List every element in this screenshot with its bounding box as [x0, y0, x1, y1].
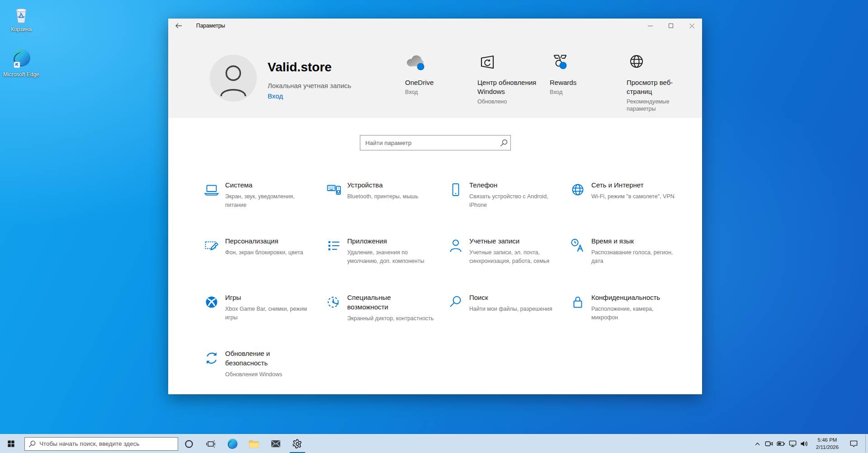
tile-title: Конфиденциальность: [591, 293, 668, 302]
action-center-icon: [850, 440, 858, 448]
titlebar[interactable]: Параметры: [168, 19, 702, 33]
xbox-icon: [203, 293, 221, 322]
show-desktop-button[interactable]: [865, 434, 868, 453]
mail-button[interactable]: [265, 434, 287, 453]
desktop-icon-label: Корзина: [2, 26, 41, 33]
network-icon[interactable]: [787, 434, 798, 453]
network-globe-icon: [569, 180, 587, 201]
update-security-icon: [203, 349, 221, 379]
maximize-button[interactable]: [660, 19, 681, 33]
cortana-icon: [184, 439, 193, 448]
edge-icon: [2, 48, 41, 70]
tile-title: Специальные возможности: [347, 293, 424, 312]
tile-subtitle: Фон, экран блокировки, цвета: [225, 248, 303, 257]
time-language-icon: [569, 236, 587, 266]
tile-title: Телефон: [469, 180, 546, 190]
apps-list-icon: [325, 236, 343, 266]
quick-item-status: Обновлено: [477, 98, 537, 106]
settings-tile-personalization[interactable]: Персонализация Фон, экран блокировки, цв…: [203, 236, 321, 257]
quick-item-title: Центр обновления Windows: [477, 78, 537, 97]
settings-tile-update-security[interactable]: Обновление и безопасность Обновления Win…: [203, 349, 321, 379]
search-icon[interactable]: [497, 139, 510, 147]
start-button[interactable]: [0, 434, 22, 453]
window-title: Параметры: [196, 19, 225, 33]
tile-title: Персонализация: [225, 236, 302, 246]
account-type: Локальная учетная запись: [268, 82, 351, 89]
laptop-icon: [203, 180, 221, 210]
settings-tile-search[interactable]: Поиск Найти мои файлы, разрешения: [447, 293, 565, 313]
quick-item-rewards[interactable]: Rewards Вход: [550, 52, 613, 96]
taskbar: 5:46 PM 2/11/2026: [0, 434, 868, 453]
file-explorer-button[interactable]: [243, 434, 265, 453]
task-view-button[interactable]: [200, 434, 222, 453]
quick-item-status: Вход: [405, 89, 465, 96]
quick-item-windows-update[interactable]: Центр обновления Windows Обновлено: [477, 52, 541, 105]
volume-icon[interactable]: [798, 434, 810, 453]
quick-item-title: Rewards: [550, 78, 609, 87]
cortana-button[interactable]: [178, 434, 200, 453]
windows-logo-icon: [7, 440, 15, 448]
taskbar-clock[interactable]: 5:46 PM 2/11/2026: [810, 437, 844, 451]
tile-subtitle: Обновления Windows: [225, 370, 302, 379]
folder-icon: [249, 439, 259, 448]
minimize-button[interactable]: [640, 19, 660, 33]
tile-title: Сеть и Интернет: [591, 180, 668, 190]
privacy-lock-icon: [569, 293, 587, 322]
tile-title: Поиск: [469, 293, 546, 302]
tile-subtitle: Wi-Fi, режим "в самолете", VPN: [591, 192, 675, 201]
settings-tile-gaming[interactable]: Игры Xbox Game Bar, снимки, режим игры: [203, 293, 321, 322]
settings-search-input[interactable]: [360, 140, 497, 146]
back-button[interactable]: [168, 19, 189, 33]
settings-tile-privacy[interactable]: Конфиденциальность Расположение, камера,…: [569, 293, 687, 322]
action-center-button[interactable]: [844, 434, 863, 453]
edge-icon: [227, 438, 238, 449]
tile-title: Обновление и безопасность: [225, 349, 302, 368]
settings-tile-network[interactable]: Сеть и Интернет Wi-Fi, режим "в самолете…: [569, 180, 687, 201]
quick-item-status: Рекомендуемые параметры: [627, 98, 686, 113]
minimize-icon: [648, 23, 653, 28]
tile-title: Учетные записи: [469, 236, 546, 246]
search-magnifier-icon: [447, 293, 465, 313]
settings-tile-apps[interactable]: Приложения Удаление, значения по умолчан…: [325, 236, 443, 266]
settings-tile-devices[interactable]: Устройства Bluetooth, принтеры, мышь: [325, 180, 443, 201]
settings-tile-system[interactable]: Система Экран, звук, уведомления, питани…: [203, 180, 321, 210]
quick-item-onedrive[interactable]: OneDrive Вход: [405, 52, 468, 96]
tile-subtitle: Экранный диктор, контрастность: [347, 314, 434, 323]
person-avatar-icon: [210, 55, 257, 102]
quick-item-web-browsing[interactable]: Просмотр веб-страниц Рекомендуемые парам…: [627, 52, 690, 113]
taskbar-search-box[interactable]: [24, 437, 178, 451]
mail-icon: [271, 440, 281, 448]
tile-title: Приложения: [347, 236, 424, 246]
tile-subtitle: Распознавание голоса, регион, дата: [591, 248, 682, 266]
phone-icon: [447, 180, 465, 210]
accessibility-icon: [325, 293, 343, 323]
onedrive-cloud-icon: [405, 52, 468, 74]
desktop-icon-recycle-bin[interactable]: Корзина: [2, 4, 41, 33]
tile-subtitle: Bluetooth, принтеры, мышь: [347, 192, 418, 201]
account-signin-link[interactable]: Вход: [268, 92, 283, 100]
settings-tile-time-language[interactable]: Время и язык Распознавание голоса, регио…: [569, 236, 687, 266]
taskbar-search-icon: [25, 440, 39, 448]
desktop-icon-edge[interactable]: Microsoft Edge: [2, 48, 41, 78]
settings-tile-accounts[interactable]: Учетные записи Учетные записи, эл. почта…: [447, 236, 565, 266]
close-button[interactable]: [681, 19, 702, 33]
battery-icon[interactable]: [775, 434, 787, 453]
devices-icon: [325, 180, 343, 201]
avatar: [210, 55, 257, 102]
rewards-medal-icon: [550, 52, 613, 74]
tile-title: Время и язык: [591, 236, 668, 246]
settings-tile-ease-of-access[interactable]: Специальные возможности Экранный диктор,…: [325, 293, 443, 323]
back-arrow-icon: [175, 23, 182, 28]
clock-date: 2/11/2026: [810, 444, 844, 451]
settings-search-box[interactable]: [360, 135, 511, 150]
desktop-icon-label: Microsoft Edge: [2, 71, 41, 78]
desktop: Корзина Microsoft Edge: [0, 0, 868, 453]
tile-title: Система: [225, 180, 302, 190]
settings-taskbar-button[interactable]: [287, 434, 308, 453]
meet-now-icon[interactable]: [763, 434, 775, 453]
system-tray: 5:46 PM 2/11/2026: [751, 434, 868, 453]
settings-tile-phone[interactable]: Телефон Связать устройство с Android, iP…: [447, 180, 565, 210]
edge-taskbar-button[interactable]: [222, 434, 243, 453]
taskbar-search-input[interactable]: [39, 440, 178, 447]
hidden-icons-chevron[interactable]: [751, 434, 763, 453]
